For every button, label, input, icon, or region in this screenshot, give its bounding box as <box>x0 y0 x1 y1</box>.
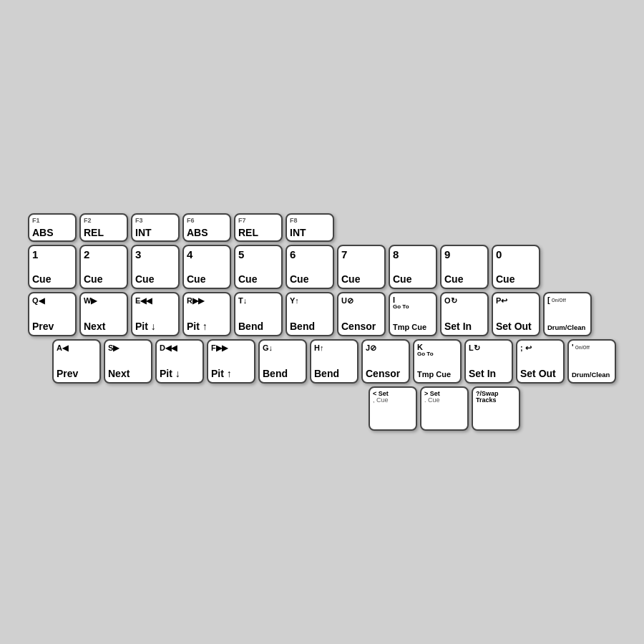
key-d-pit-down[interactable]: D◀◀ Pit ↓ <box>155 339 204 384</box>
key-period-set-cue[interactable]: > Set . Cue <box>420 386 469 431</box>
keyboard-layout: F1 ABS F2 REL F3 INT F6 ABS F7 REL F8 IN… <box>14 199 630 445</box>
key-o-set-in[interactable]: O↻ Set In <box>440 292 489 336</box>
key-t-bend-down[interactable]: T↓ Bend <box>234 292 283 336</box>
key-5-cue[interactable]: 5 Cue <box>234 245 283 289</box>
key-q-prev[interactable]: Q◀ Prev <box>28 292 77 336</box>
key-y-bend-up[interactable]: Y↑ Bend <box>286 292 334 336</box>
key-2-cue[interactable]: 2 Cue <box>79 245 128 289</box>
key-0-cue[interactable]: 0 Cue <box>492 245 540 289</box>
key-f3-int[interactable]: F3 INT <box>131 213 180 242</box>
key-8-cue[interactable]: 8 Cue <box>389 245 437 289</box>
key-a-prev[interactable]: A◀ Prev <box>52 339 101 384</box>
key-w-next[interactable]: W▶ Next <box>79 292 128 336</box>
key-9-cue[interactable]: 9 Cue <box>440 245 489 289</box>
bottom-row: < Set , Cue > Set . Cue ?/Swap Tracks <box>369 386 616 431</box>
key-g-bend-down[interactable]: G↓ Bend <box>258 339 307 384</box>
key-f1-abs[interactable]: F1 ABS <box>28 213 77 242</box>
a-row: A◀ Prev S▶ Next D◀◀ Pit ↓ F▶▶ Pit ↑ G↓ <box>52 339 616 384</box>
key-f6-abs[interactable]: F6 ABS <box>182 213 231 242</box>
key-e-pit-down[interactable]: E◀◀ Pit ↓ <box>131 292 180 336</box>
key-comma-set-cue[interactable]: < Set , Cue <box>369 386 417 431</box>
key-7-cue[interactable]: 7 Cue <box>337 245 386 289</box>
key-r-pit-up[interactable]: R▶▶ Pit ↑ <box>182 292 231 336</box>
key-f2-rel[interactable]: F2 REL <box>79 213 128 242</box>
key-h-bend-up[interactable]: H↑ Bend <box>310 339 358 384</box>
key-u-censor[interactable]: U⊘ Censor <box>337 292 386 336</box>
key-3-cue[interactable]: 3 Cue <box>131 245 180 289</box>
key-slash-swap-tracks[interactable]: ?/Swap Tracks <box>472 386 520 431</box>
key-bracket-drum-clean[interactable]: [ On/Off Drum/Clean <box>543 292 592 336</box>
key-1-cue[interactable]: 1 Cue <box>28 245 77 289</box>
key-p-set-out[interactable]: P↩ Set Out <box>492 292 540 336</box>
key-l-set-in[interactable]: L↻ Set In <box>464 339 513 384</box>
q-row: Q◀ Prev W▶ Next E◀◀ Pit ↓ R▶▶ Pit ↑ T↓ <box>28 292 616 336</box>
key-j-censor[interactable]: J⊘ Censor <box>361 339 410 384</box>
key-semicolon-set-out[interactable]: ; ↩ Set Out <box>516 339 565 384</box>
key-k-goto-tmpcue[interactable]: K Go To Tmp Cue <box>413 339 462 384</box>
key-4-cue[interactable]: 4 Cue <box>182 245 231 289</box>
key-i-goto-tmpcue[interactable]: I Go To Tmp Cue <box>389 292 437 336</box>
cue-row: 1 Cue 2 Cue 3 Cue 4 Cue 5 Cue 6 Cue 7 Cu… <box>28 245 616 289</box>
key-s-next[interactable]: S▶ Next <box>104 339 152 384</box>
key-quote-drum-clean[interactable]: ' On/Off Drum/Clean <box>567 339 616 384</box>
fn-row: F1 ABS F2 REL F3 INT F6 ABS F7 REL F8 IN… <box>28 213 616 242</box>
key-6-cue[interactable]: 6 Cue <box>286 245 334 289</box>
key-f-pit-up[interactable]: F▶▶ Pit ↑ <box>207 339 255 384</box>
key-f7-rel[interactable]: F7 REL <box>234 213 283 242</box>
key-f8-int[interactable]: F8 INT <box>286 213 334 242</box>
